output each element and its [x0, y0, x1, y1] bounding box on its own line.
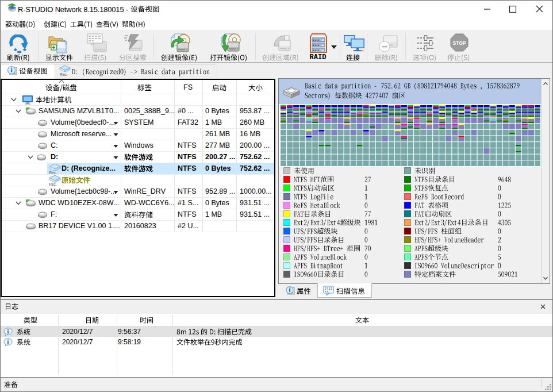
svg-text:Rec.: Rec.	[49, 182, 57, 186]
svg-text:Rec.: Rec.	[49, 171, 57, 174]
svg-text:STOP: STOP	[453, 40, 466, 46]
svg-text:Rec.: Rec.	[60, 72, 68, 76]
